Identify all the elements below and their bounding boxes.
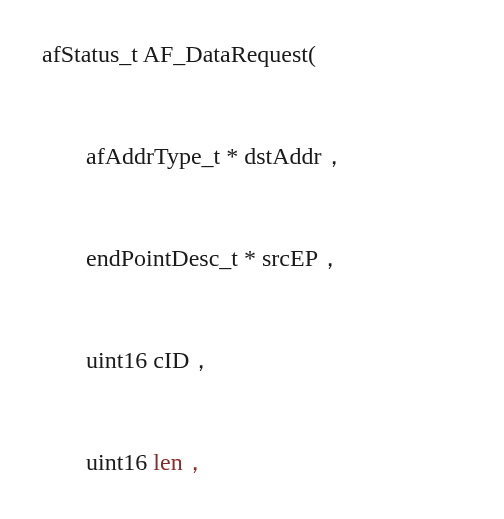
param-type: endPointDesc_t	[86, 245, 238, 271]
param-type: uint16	[86, 449, 147, 475]
param-name: dstAddr	[244, 143, 321, 169]
param-tail: ，	[318, 245, 342, 271]
decl-line: afStatus_t AF_DataRequest(	[18, 18, 494, 90]
code-block: afStatus_t AF_DataRequest( afAddrType_t …	[0, 0, 504, 519]
param-type: afAddrType_t	[86, 143, 220, 169]
param-name: srcEP	[262, 245, 318, 271]
param-name: cID	[153, 347, 189, 373]
param-tail: ，	[189, 347, 213, 373]
param-tail: ，	[183, 449, 207, 475]
param-ptr: *	[244, 245, 256, 271]
param-tail: ，	[322, 143, 346, 169]
param-line: afAddrType_t * dstAddr，	[18, 120, 494, 192]
param-name: len	[153, 449, 182, 475]
param-line: uint16 len，	[18, 426, 494, 498]
decl-type: afStatus_t	[42, 41, 138, 67]
param-type: uint16	[86, 347, 147, 373]
param-line: endPointDesc_t * srcEP，	[18, 222, 494, 294]
param-line: uint16 cID，	[18, 324, 494, 396]
param-ptr: *	[226, 143, 238, 169]
decl-name: AF_DataRequest(	[143, 41, 316, 67]
